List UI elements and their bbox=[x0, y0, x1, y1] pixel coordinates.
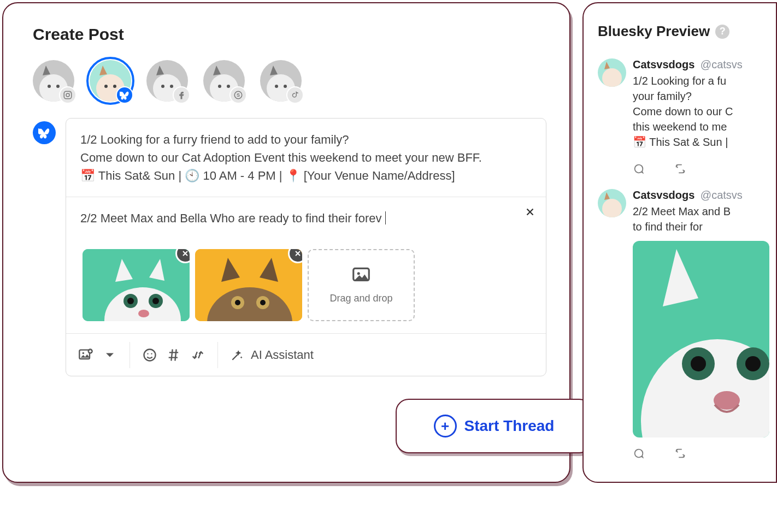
svg-point-2 bbox=[48, 85, 51, 88]
svg-point-39 bbox=[357, 272, 360, 275]
dropzone-label: Drag and drop bbox=[329, 291, 392, 306]
threads-icon: S bbox=[229, 86, 247, 104]
plus-circle-icon: + bbox=[434, 415, 457, 438]
svg-point-14 bbox=[170, 85, 173, 88]
repost-icon-2[interactable] bbox=[674, 447, 686, 462]
reply-icon-2[interactable] bbox=[633, 447, 645, 462]
tiktok-icon bbox=[286, 86, 304, 104]
account-bluesky[interactable] bbox=[90, 60, 131, 102]
svg-point-35 bbox=[235, 300, 240, 305]
add-media-button[interactable] bbox=[78, 347, 93, 363]
svg-point-9 bbox=[104, 85, 108, 88]
composer: 1/2 Looking for a furry friend to add to… bbox=[66, 118, 546, 376]
svg-point-30 bbox=[152, 298, 159, 304]
hashtag-button[interactable] bbox=[166, 347, 181, 363]
preview-panel: Bluesky Preview ? Catsvsdogs @catsvs 1/2… bbox=[582, 2, 777, 483]
svg-point-44 bbox=[147, 353, 148, 354]
svg-point-41 bbox=[83, 352, 85, 354]
svg-point-17 bbox=[218, 85, 221, 88]
svg-point-55 bbox=[745, 356, 761, 371]
svg-point-28 bbox=[127, 298, 134, 304]
text-caret bbox=[385, 211, 386, 224]
media-thumb-2[interactable] bbox=[195, 249, 302, 321]
bluesky-badge-icon bbox=[33, 121, 56, 144]
segment-1-line-1: 1/2 Looking for a furry friend to add to… bbox=[80, 131, 532, 149]
composer-row: 1/2 Looking for a furry friend to add to… bbox=[33, 118, 546, 376]
preview-post-2-text: 2/2 Meet Max and B to find their for bbox=[633, 204, 776, 234]
account-facebook[interactable] bbox=[146, 60, 188, 102]
preview-post-1-name: Catsvsdogs bbox=[633, 58, 694, 70]
svg-point-37 bbox=[260, 300, 266, 305]
segment-2-text: 2/2 Meet Max and Bella Who are ready to … bbox=[80, 211, 382, 225]
preview-post-1-actions bbox=[598, 156, 776, 189]
create-post-title: Create Post bbox=[33, 25, 546, 44]
preview-post-1-text: 1/2 Looking for a fu your family? Come d… bbox=[633, 73, 776, 150]
svg-point-24 bbox=[284, 85, 287, 88]
crosspost-button[interactable] bbox=[190, 347, 205, 363]
segment-1-line-3: 📅 This Sat& Sun | 🕙 10 AM - 4 PM | 📍 [Yo… bbox=[80, 167, 532, 185]
preview-avatar-1 bbox=[598, 58, 626, 87]
preview-title: Bluesky Preview bbox=[598, 23, 710, 40]
ai-assistant-label: AI Assistant bbox=[251, 348, 314, 362]
help-icon[interactable]: ? bbox=[715, 25, 729, 39]
reply-icon[interactable] bbox=[633, 163, 645, 177]
preview-post-2: Catsvsdogs @catsvs 2/2 Meet Max and B to… bbox=[598, 189, 776, 234]
svg-point-53 bbox=[691, 356, 706, 371]
svg-point-18 bbox=[227, 85, 230, 88]
svg-point-43 bbox=[144, 349, 156, 360]
svg-point-6 bbox=[69, 92, 70, 93]
account-tiktok[interactable] bbox=[260, 60, 302, 102]
facebook-icon bbox=[173, 86, 190, 104]
media-thumb-1[interactable] bbox=[83, 249, 190, 321]
repost-icon[interactable] bbox=[674, 163, 686, 177]
start-thread-button[interactable]: + Start Thread bbox=[396, 399, 592, 453]
preview-post-2-name: Catsvsdogs bbox=[633, 189, 694, 201]
preview-media bbox=[633, 241, 769, 438]
svg-point-10 bbox=[113, 85, 116, 88]
preview-header: Bluesky Preview ? bbox=[598, 23, 776, 40]
svg-text:S: S bbox=[237, 92, 240, 98]
svg-point-31 bbox=[138, 310, 149, 317]
segment-1-line-2: Come down to our Cat Adoption Event this… bbox=[80, 149, 532, 167]
svg-rect-4 bbox=[64, 91, 72, 99]
preview-post-2-handle: @catsvs bbox=[701, 189, 743, 201]
media-dropzone[interactable]: Drag and drop bbox=[308, 249, 415, 321]
media-dropdown-button[interactable] bbox=[102, 347, 117, 363]
composer-toolbar: AI Assistant bbox=[66, 333, 546, 376]
start-thread-label: Start Thread bbox=[464, 417, 555, 435]
svg-point-13 bbox=[161, 85, 164, 88]
svg-point-5 bbox=[66, 93, 69, 97]
preview-avatar-2 bbox=[598, 189, 626, 217]
post-segment-1[interactable]: 1/2 Looking for a furry friend to add to… bbox=[66, 119, 546, 197]
svg-point-45 bbox=[151, 353, 152, 354]
bluesky-icon bbox=[116, 86, 133, 104]
post-segment-2[interactable]: 2/2 Meet Max and Bella Who are ready to … bbox=[66, 197, 546, 333]
account-selector-row: S bbox=[33, 60, 546, 102]
instagram-icon bbox=[59, 86, 76, 104]
emoji-button[interactable] bbox=[142, 347, 157, 363]
svg-point-23 bbox=[275, 85, 278, 88]
media-row: Drag and drop bbox=[80, 249, 532, 321]
preview-post-1: Catsvsdogs @catsvs 1/2 Looking for a fu … bbox=[598, 58, 776, 150]
preview-post-1-handle: @catsvs bbox=[701, 58, 743, 70]
remove-segment-button[interactable] bbox=[524, 206, 536, 220]
account-threads[interactable]: S bbox=[203, 60, 245, 102]
preview-post-2-actions bbox=[598, 438, 776, 474]
account-instagram[interactable] bbox=[33, 60, 74, 102]
ai-assistant-button[interactable]: AI Assistant bbox=[218, 334, 326, 376]
svg-point-3 bbox=[56, 85, 60, 88]
